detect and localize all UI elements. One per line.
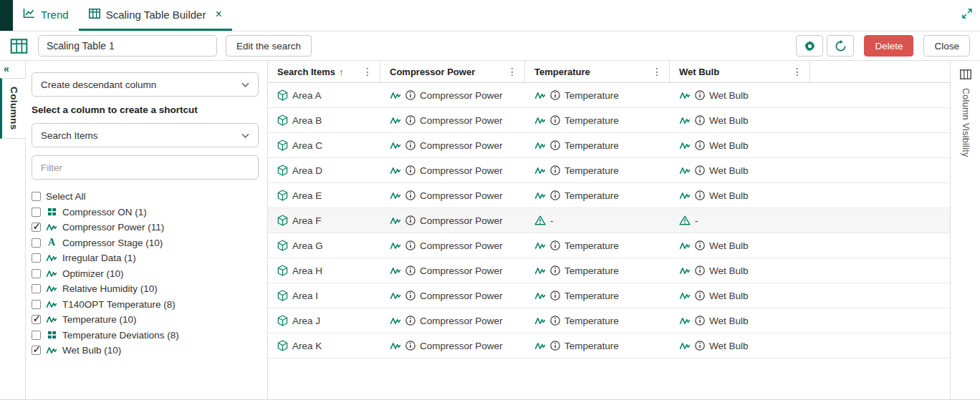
cell-compressor-power[interactable]: Compressor Power [380,333,525,358]
checkbox[interactable] [32,238,41,248]
checkbox[interactable] [32,208,41,217]
info-icon[interactable] [405,265,415,275]
cell-compressor-power[interactable]: Compressor Power [380,308,525,333]
columns-panel-tab[interactable]: Columns [0,78,27,139]
cell-wet-bulb[interactable]: Wet Bulb [670,258,810,283]
checkbox[interactable] [32,346,41,355]
delete-button[interactable]: Delete [864,35,913,57]
cell-compressor-power[interactable]: Compressor Power [380,258,525,283]
cell-compressor-power[interactable]: Compressor Power [380,233,525,258]
close-tab-icon[interactable]: × [215,9,221,20]
cell-search-item[interactable]: Area J [268,308,380,333]
info-icon[interactable] [405,190,415,200]
table-row[interactable]: Area A Compressor Power [268,83,950,108]
column-checkbox-row[interactable]: Irregular Data (1) [32,251,259,265]
header-search-items[interactable]: Search Items ↑ ⋮ [268,61,380,82]
info-icon[interactable] [405,215,415,225]
checkbox[interactable] [32,300,41,309]
info-icon[interactable] [695,316,705,326]
table-row[interactable]: Area H Compressor Power [268,258,950,283]
select-all-checkbox-row[interactable]: Select All [32,190,259,203]
table-row[interactable]: Area F Compressor Power [268,208,950,233]
cell-temperature[interactable]: Temperature [525,108,670,132]
kebab-menu-icon[interactable]: ⋮ [359,66,376,77]
cell-wet-bulb[interactable]: Wet Bulb [670,233,810,258]
cell-compressor-power[interactable]: Compressor Power [380,83,525,107]
column-checkbox-row[interactable]: Temperature Deviations (8) [32,328,259,342]
table-row[interactable]: Area E Compressor Power [268,183,950,208]
info-icon[interactable] [695,115,705,125]
header-wet-bulb[interactable]: Wet Bulb ⋮ [670,61,810,82]
tab-trend[interactable]: Trend [13,0,79,31]
column-source-dropdown[interactable]: Search Items [32,123,259,147]
column-checkbox-row[interactable]: Relative Humidity (10) [32,282,259,296]
cell-search-item[interactable]: Area G [268,233,380,258]
cell-temperature[interactable]: Temperature [525,183,670,208]
column-checkbox-row[interactable]: Temperature (10) [32,313,259,326]
cell-wet-bulb[interactable]: Wet Bulb [670,283,810,308]
column-visibility-icon[interactable] [960,69,971,79]
table-row[interactable]: Area I Compressor Power [268,283,950,308]
cell-compressor-power[interactable]: Compressor Power [380,208,525,233]
cell-search-item[interactable]: Area I [268,283,380,308]
info-icon[interactable] [550,90,560,100]
checkbox[interactable] [32,223,41,232]
cell-wet-bulb[interactable]: - [670,208,810,233]
cell-search-item[interactable]: Area C [268,133,380,157]
sort-asc-icon[interactable]: ↑ [339,67,344,77]
info-icon[interactable] [405,240,415,250]
cell-search-item[interactable]: Area K [268,333,380,358]
table-row[interactable]: Area D Compressor Power [268,158,950,183]
tab-scaling-table-builder[interactable]: Scaling Table Builder × [79,0,232,31]
table-row[interactable]: Area G Compressor Power [268,233,950,258]
table-row[interactable]: Area J Compressor Power [268,308,950,333]
info-icon[interactable] [550,341,560,351]
cell-temperature[interactable]: Temperature [525,258,670,283]
kebab-menu-icon[interactable]: ⋮ [504,66,521,77]
kebab-menu-icon[interactable]: ⋮ [648,66,666,77]
cell-search-item[interactable]: Area F [268,208,380,233]
info-icon[interactable] [550,140,560,150]
close-button[interactable]: Close [923,35,970,57]
cell-search-item[interactable]: Area B [268,108,380,132]
cell-compressor-power[interactable]: Compressor Power [380,158,525,182]
filter-input[interactable] [32,155,259,180]
header-temperature[interactable]: Temperature ⋮ [525,61,670,82]
column-checkbox-row[interactable]: Compressor Stage (10) [32,236,259,250]
info-icon[interactable] [695,190,705,200]
collapse-panel-icon[interactable]: « [0,61,25,74]
cell-temperature[interactable]: Temperature [525,333,670,358]
header-compressor-power[interactable]: Compressor Power ⋮ [380,61,525,82]
cell-search-item[interactable]: Area E [268,183,380,208]
info-icon[interactable] [405,140,415,150]
info-icon[interactable] [695,291,705,301]
info-icon[interactable] [405,115,415,125]
cell-compressor-power[interactable]: Compressor Power [380,108,525,132]
info-icon[interactable] [695,341,705,351]
info-icon[interactable] [405,291,415,301]
cell-search-item[interactable]: Area H [268,258,380,283]
checkbox[interactable] [32,269,41,278]
column-checkbox-row[interactable]: T140OPT Temperature (8) [32,298,259,311]
info-icon[interactable] [695,140,705,150]
column-checkbox-row[interactable]: Compressor Power (11) [32,220,259,234]
info-icon[interactable] [405,316,415,326]
cell-temperature[interactable]: Temperature [525,158,670,182]
info-icon[interactable] [695,90,705,100]
info-icon[interactable] [405,341,415,351]
cell-search-item[interactable]: Area A [268,83,380,107]
cell-wet-bulb[interactable]: Wet Bulb [670,133,810,157]
settings-button[interactable] [796,35,823,57]
info-icon[interactable] [695,240,705,250]
info-icon[interactable] [550,165,560,175]
info-icon[interactable] [550,190,560,200]
checkbox[interactable] [32,331,41,340]
info-icon[interactable] [550,240,560,250]
refresh-button[interactable] [827,35,854,57]
cell-compressor-power[interactable]: Compressor Power [380,133,525,157]
cell-wet-bulb[interactable]: Wet Bulb [670,108,810,132]
info-icon[interactable] [695,165,705,175]
table-row[interactable]: Area B Compressor Power [268,108,950,133]
table-row[interactable]: Area K Compressor Power [268,333,950,358]
column-checkbox-row[interactable]: Compressor ON (1) [32,205,259,219]
